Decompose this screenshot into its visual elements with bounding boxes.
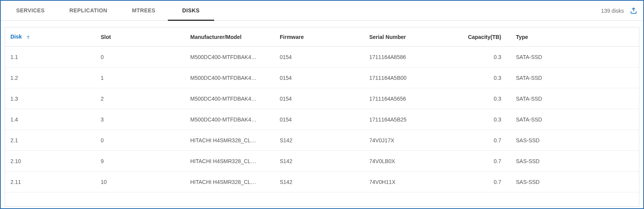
- table-row[interactable]: 2.10 9 HITACHI H4SMR328_CL… S142 74V0LB0…: [5, 151, 639, 172]
- cell-firmware: 0154: [274, 54, 364, 60]
- table-row[interactable]: 1.2 1 M500DC400-MTFDBAK4… 0154 1711164A5…: [5, 67, 639, 88]
- col-header-label: Manufacturer/Model: [190, 34, 242, 40]
- tab-label: SERVICES: [16, 7, 45, 13]
- cell-model: M500DC400-MTFDBAK4…: [185, 75, 274, 81]
- cell-firmware: 0154: [274, 96, 364, 102]
- table-row[interactable]: 1.3 2 M500DC400-MTFDBAK4… 0154 1711164A5…: [5, 88, 639, 109]
- cell-disk: 1.1: [5, 54, 95, 60]
- tab-mtrees[interactable]: MTREES: [120, 1, 168, 21]
- cell-type: SATA-SSD: [510, 96, 639, 102]
- cell-type: SATA-SSD: [510, 116, 639, 123]
- col-header-firmware[interactable]: Firmware: [274, 34, 364, 40]
- cell-capacity: 0.7: [453, 158, 510, 164]
- tab-label: MTREES: [132, 7, 156, 13]
- cell-firmware: S142: [274, 158, 364, 164]
- cell-slot: 10: [95, 179, 185, 185]
- grid-body[interactable]: 1.1 0 M500DC400-MTFDBAK4… 0154 1711164A8…: [5, 47, 639, 206]
- cell-type: SAS-SSD: [510, 179, 639, 185]
- cell-serial: 74V0LB0X: [364, 158, 453, 164]
- cell-firmware: S142: [274, 137, 364, 143]
- cell-serial: 1711164A8586: [364, 54, 453, 60]
- cell-slot: 0: [95, 137, 185, 143]
- table-row[interactable]: 1.4 3 M500DC400-MTFDBAK4… 0154 1711164A5…: [5, 109, 639, 130]
- tab-replication[interactable]: REPLICATION: [57, 1, 120, 21]
- col-header-disk[interactable]: Disk: [5, 34, 95, 40]
- col-header-label: Type: [516, 34, 528, 40]
- cell-disk: 1.3: [5, 96, 95, 102]
- cell-model: M500DC400-MTFDBAK4…: [185, 96, 274, 102]
- cell-model: M500DC400-MTFDBAK4…: [185, 54, 274, 60]
- tab-group: SERVICES REPLICATION MTREES DISKS: [4, 1, 214, 21]
- col-header-serial[interactable]: Serial Number: [364, 34, 453, 40]
- disk-count-label: 139 disks: [601, 8, 629, 14]
- cell-disk: 1.4: [5, 116, 95, 123]
- col-header-model[interactable]: Manufacturer/Model: [185, 34, 274, 40]
- cell-capacity: 0.3: [453, 96, 510, 102]
- cell-capacity: 0.3: [453, 116, 510, 123]
- sort-asc-icon: [25, 35, 31, 40]
- cell-slot: 1: [95, 75, 185, 81]
- col-header-label: Serial Number: [369, 34, 406, 40]
- table-row[interactable]: 2.11 10 HITACHI H4SMR328_CL… S142 74V0H1…: [5, 172, 639, 192]
- cell-type: SAS-SSD: [510, 158, 639, 164]
- export-icon[interactable]: [629, 7, 638, 15]
- cell-model: HITACHI H4SMR328_CL…: [185, 137, 274, 143]
- col-header-label: Firmware: [280, 34, 304, 40]
- col-header-type[interactable]: Type: [510, 34, 639, 40]
- cell-firmware: 0154: [274, 116, 364, 123]
- cell-firmware: S142: [274, 179, 364, 185]
- cell-model: M500DC400-MTFDBAK4…: [185, 116, 274, 123]
- cell-capacity: 0.3: [453, 75, 510, 81]
- col-header-label: Slot: [101, 34, 111, 40]
- tab-disks[interactable]: DISKS: [168, 1, 214, 21]
- cell-serial: 1711164A5B25: [364, 116, 453, 123]
- cell-disk: 1.2: [5, 75, 95, 81]
- col-header-slot[interactable]: Slot: [95, 34, 185, 40]
- col-header-capacity[interactable]: Capacity(TB): [453, 34, 510, 40]
- cell-slot: 2: [95, 96, 185, 102]
- cell-disk: 2.1: [5, 137, 95, 143]
- table-row[interactable]: 1.1 0 M500DC400-MTFDBAK4… 0154 1711164A8…: [5, 47, 639, 67]
- cell-model: HITACHI H4SMR328_CL…: [185, 179, 274, 185]
- col-header-label: Disk: [10, 34, 22, 40]
- cell-slot: 3: [95, 116, 185, 123]
- cell-serial: 1711164A5656: [364, 96, 453, 102]
- cell-capacity: 0.7: [453, 179, 510, 185]
- tab-strip: SERVICES REPLICATION MTREES DISKS 139 di…: [1, 1, 643, 21]
- cell-disk: 2.11: [5, 179, 95, 185]
- col-header-label: Capacity(TB): [468, 34, 501, 40]
- cell-serial: 1711164A5B00: [364, 75, 453, 81]
- tab-services[interactable]: SERVICES: [4, 1, 57, 21]
- tab-label: REPLICATION: [69, 7, 107, 13]
- cell-serial: 74V0J17X: [364, 137, 453, 143]
- tab-label: DISKS: [182, 7, 199, 13]
- cell-disk: 2.10: [5, 158, 95, 164]
- cell-capacity: 0.3: [453, 54, 510, 60]
- cell-firmware: 0154: [274, 75, 364, 81]
- cell-capacity: 0.7: [453, 137, 510, 143]
- app-frame: SERVICES REPLICATION MTREES DISKS 139 di…: [0, 0, 644, 209]
- cell-type: SATA-SSD: [510, 75, 639, 81]
- cell-type: SATA-SSD: [510, 54, 639, 60]
- table-row[interactable]: 2.1 0 HITACHI H4SMR328_CL… S142 74V0J17X…: [5, 130, 639, 151]
- cell-slot: 9: [95, 158, 185, 164]
- cell-slot: 0: [95, 54, 185, 60]
- cell-serial: 74V0H11X: [364, 179, 453, 185]
- table-wrap: Disk Slot Manufacturer/Model Firmware Se…: [1, 21, 643, 208]
- cell-model: HITACHI H4SMR328_CL…: [185, 158, 274, 164]
- cell-type: SAS-SSD: [510, 137, 639, 143]
- scroll-spacer: [5, 192, 639, 206]
- grid-header: Disk Slot Manufacturer/Model Firmware Se…: [5, 27, 639, 47]
- disk-grid: Disk Slot Manufacturer/Model Firmware Se…: [5, 27, 639, 207]
